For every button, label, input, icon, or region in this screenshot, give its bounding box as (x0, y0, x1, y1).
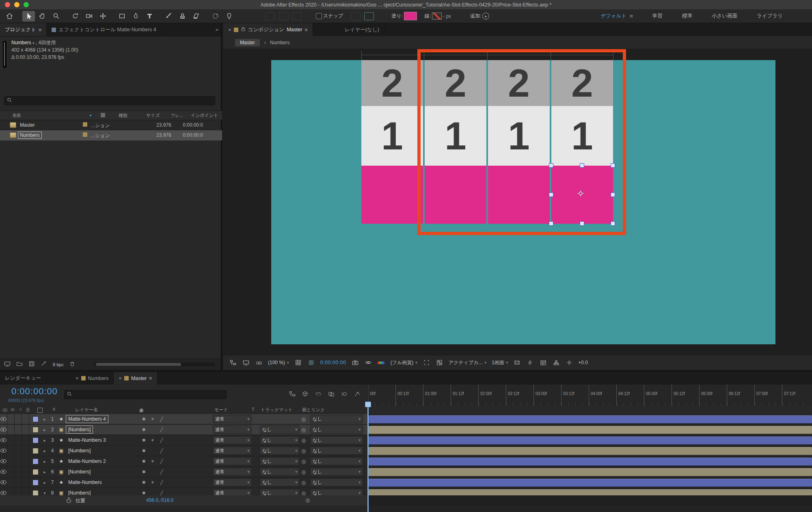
layer-name[interactable]: Matte-Numbers (67, 479, 104, 486)
selection-tool-icon[interactable] (22, 11, 35, 22)
pan-behind-tool-icon[interactable] (97, 11, 109, 22)
quality-switch-icon[interactable]: ╱ (158, 490, 166, 496)
motion-blur-icon[interactable] (340, 391, 348, 397)
layer-label-swatch[interactable] (32, 416, 39, 422)
ruler-tick[interactable]: 06:12f (727, 385, 754, 406)
new-folder-icon[interactable] (16, 361, 23, 368)
collapse-switch-icon[interactable]: ✱ (140, 417, 148, 422)
ruler-tick[interactable]: 03:12f (561, 385, 589, 406)
ruler-tick[interactable]: 01:12f (451, 385, 478, 406)
layer-duration-bar[interactable] (369, 479, 812, 487)
parent-pickwhip-icon[interactable]: ◎ (301, 448, 306, 454)
parent-pickwhip-icon[interactable]: ◎ (301, 458, 306, 464)
project-search-input[interactable] (15, 97, 212, 104)
layer-lock-toggle[interactable] (22, 425, 29, 434)
delete-icon[interactable] (69, 361, 75, 368)
home-icon[interactable] (3, 11, 16, 22)
parent-pickwhip-icon[interactable]: ◎ (301, 427, 306, 433)
track-matte-column-header[interactable]: トラックマット (261, 407, 293, 413)
ruler-tick[interactable]: 02:12f (506, 385, 533, 406)
breadcrumb-current[interactable]: Master (235, 39, 260, 47)
blend-mode-dropdown[interactable]: 通常▾ (213, 426, 252, 434)
layer-solo-toggle[interactable] (15, 446, 22, 456)
layer-duration-bar[interactable] (369, 468, 812, 476)
selection-handle[interactable] (549, 221, 553, 226)
workspace-item-active[interactable]: デフォルト (600, 13, 626, 19)
layer-audio-toggle[interactable] (7, 446, 15, 456)
parent-dropdown[interactable]: なし▾ (310, 468, 363, 476)
draft-3d-icon[interactable] (301, 391, 309, 397)
pen-tool-icon[interactable] (130, 11, 142, 22)
ruler-tick[interactable]: 01:00f (423, 385, 451, 406)
layer-row[interactable]: ▸ 6 ▣ [Numbers] ✱ ╱ 通常▾ なし▾ ◎ なし▾ (0, 467, 812, 477)
mode-column-header[interactable]: モード (214, 407, 228, 413)
anchor-point-icon[interactable]: ✧ (577, 188, 585, 199)
selection-handle[interactable] (549, 163, 553, 168)
panel-menu-icon[interactable]: ≡ (39, 27, 42, 33)
minimize-window-button[interactable] (14, 2, 19, 7)
parent-dropdown[interactable]: なし▾ (310, 426, 363, 434)
ruler-tick[interactable]: 07:00f (754, 385, 782, 406)
project-item-name[interactable]: Numbers (19, 132, 41, 138)
pixel-aspect-icon[interactable] (513, 359, 521, 366)
horizontal-scrollbar[interactable] (93, 363, 215, 366)
workspace-menu-icon[interactable]: ≡ (630, 13, 633, 19)
item-caret-icon[interactable]: ▾ (32, 41, 35, 45)
snap-option-icon-2[interactable] (364, 12, 374, 20)
layer-expand-chevron[interactable]: ▸ (41, 438, 48, 443)
collapse-switch-icon[interactable]: ✱ (140, 480, 148, 485)
show-channels-icon[interactable] (378, 359, 385, 366)
layer-lock-toggle[interactable] (22, 446, 29, 456)
resolution-dropdown[interactable]: (フル画質)▾ (391, 359, 417, 366)
layer-name[interactable]: [Numbers] (67, 469, 92, 475)
layer-lock-toggle[interactable] (22, 435, 29, 445)
layer-name[interactable]: Matte-Numbers 3 (67, 437, 108, 443)
track-matte-dropdown[interactable]: なし▾ (260, 478, 300, 486)
layer-audio-toggle[interactable] (7, 425, 15, 434)
view-layout-dropdown[interactable]: 1画面▾ (492, 359, 508, 366)
layer-visibility-toggle[interactable] (0, 467, 7, 477)
blend-mode-dropdown[interactable]: 通常▾ (213, 468, 252, 476)
puppet-pin-tool-icon[interactable] (223, 11, 235, 22)
layer-audio-toggle[interactable] (7, 467, 15, 477)
workspace-item[interactable]: 小さい画面 (712, 13, 737, 19)
layer-lock-toggle[interactable] (22, 477, 29, 487)
tab-effect-controls[interactable]: エフェクトコントロール Matte-Numbers 4 (47, 23, 161, 36)
column-framerate[interactable]: フレ... (171, 112, 184, 119)
layer-audio-toggle[interactable] (7, 477, 15, 487)
layer-duration-bar[interactable] (369, 458, 812, 466)
fill-color-swatch[interactable] (404, 12, 417, 20)
layer-lock-toggle[interactable] (22, 456, 29, 466)
rotation-tool-icon[interactable] (69, 11, 82, 22)
tab-timeline-master[interactable]: × Master ≡ (114, 372, 157, 385)
close-tab-icon[interactable]: × (76, 375, 79, 381)
reset-exposure-icon[interactable] (565, 359, 573, 366)
parent-dropdown[interactable]: なし▾ (310, 415, 363, 423)
grid-guides-icon[interactable] (294, 359, 302, 366)
layer-solo-toggle[interactable] (15, 425, 22, 434)
track-matte-dropdown[interactable]: なし▾ (260, 447, 300, 455)
property-pickwhip-icon[interactable]: ◎ (305, 497, 310, 503)
layer-label-swatch[interactable] (32, 480, 39, 486)
layer-label-swatch[interactable] (32, 448, 39, 454)
magnification-dropdown[interactable]: (100 %)▾ (268, 360, 289, 365)
effects-switch-icon[interactable]: ☀ (149, 417, 157, 422)
timeline-button-icon[interactable] (539, 359, 547, 366)
add-menu-icon[interactable]: ▸ (482, 13, 489, 19)
layer-lock-toggle[interactable] (22, 467, 29, 477)
snap-option-icon-1[interactable] (351, 12, 361, 20)
track-matte-dropdown[interactable]: なし▾ (260, 468, 300, 476)
timeline-search-input[interactable] (75, 391, 224, 398)
column-size[interactable]: サイズ (146, 112, 160, 119)
blend-mode-dropdown[interactable]: 通常▾ (213, 415, 252, 423)
close-tab-icon[interactable]: × (228, 27, 231, 33)
ruler-tick[interactable]: 02:00f (478, 385, 506, 406)
parent-pickwhip-icon[interactable]: ◎ (301, 437, 306, 443)
layer-label-swatch[interactable] (32, 437, 39, 443)
stroke-color-swatch[interactable] (432, 13, 442, 19)
frame-blending-icon[interactable] (327, 391, 335, 397)
comp-flowchart-icon[interactable] (552, 359, 560, 366)
selection-handle[interactable] (611, 192, 615, 197)
selection-handle[interactable] (549, 192, 553, 197)
layer-row[interactable]: ▸ 3 ★ Matte-Numbers 3 ✱ ☀ ╱ 通常▾ なし▾ ◎ なし… (0, 435, 812, 446)
